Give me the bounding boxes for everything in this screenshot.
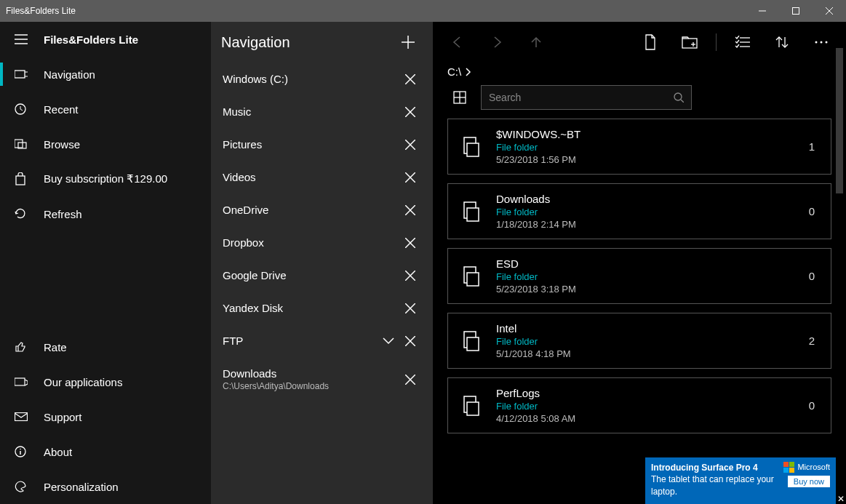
bag-icon xyxy=(15,172,44,185)
svg-point-20 xyxy=(20,449,21,450)
ad-headline: Introducing Surface Pro 4 xyxy=(651,462,778,474)
palette-icon xyxy=(15,481,44,492)
svg-point-53 xyxy=(821,41,823,44)
nav-item[interactable]: Windows (C:) xyxy=(211,63,433,95)
file-count: 1 xyxy=(809,140,819,153)
svg-point-58 xyxy=(674,93,682,100)
svg-rect-15 xyxy=(16,176,25,185)
file-item[interactable]: PerfLogs File folder 4/12/2018 5:08 AM 0 xyxy=(447,377,831,433)
file-name: Intel xyxy=(496,322,796,335)
file-item[interactable]: Intel File folder 5/1/2018 4:18 PM 2 xyxy=(447,313,831,369)
nav-item-label: Downloads xyxy=(223,367,399,380)
file-item[interactable]: $WINDOWS.~BT File folder 5/23/2018 1:56 … xyxy=(447,119,831,175)
sidebar-item-buy[interactable]: Buy subscription ₹129.00 xyxy=(0,161,211,196)
sidebar-item-label: Navigation xyxy=(44,68,95,81)
forward-button[interactable] xyxy=(479,25,514,60)
select-button[interactable] xyxy=(725,25,760,60)
maximize-button[interactable] xyxy=(779,0,813,22)
svg-rect-67 xyxy=(467,337,479,351)
more-button[interactable] xyxy=(804,25,839,60)
svg-rect-65 xyxy=(467,273,479,286)
file-date: 5/23/2018 3:18 PM xyxy=(496,284,796,295)
sidebar-item-navigation[interactable]: Navigation xyxy=(0,57,211,92)
browse-icon xyxy=(15,139,44,149)
toolbar xyxy=(433,22,846,63)
remove-icon[interactable] xyxy=(399,375,421,385)
sidebar-item-our-apps[interactable]: Our applications xyxy=(0,364,211,399)
sidebar-item-rate[interactable]: Rate xyxy=(0,329,211,364)
new-file-button[interactable] xyxy=(633,25,668,60)
nav-item-label: Yandex Disk xyxy=(223,302,399,314)
ad-close-button[interactable]: ✕ xyxy=(836,494,846,504)
nav-item[interactable]: Google Drive xyxy=(211,259,433,292)
breadcrumb-text: C:\ xyxy=(447,65,461,78)
close-button[interactable] xyxy=(813,0,846,22)
add-location-button[interactable] xyxy=(394,35,423,49)
file-name: $WINDOWS.~BT xyxy=(496,128,796,140)
window-title: Files&Folders Lite xyxy=(6,6,746,16)
nav-item[interactable]: Music xyxy=(211,95,433,128)
file-type: File folder xyxy=(496,336,796,347)
sidebar-item-label: Rate xyxy=(44,341,67,353)
remove-icon[interactable] xyxy=(399,271,421,281)
nav-item[interactable]: Videos xyxy=(211,161,433,193)
file-item[interactable]: ESD File folder 5/23/2018 3:18 PM 0 xyxy=(447,248,831,304)
sort-button[interactable] xyxy=(765,25,799,60)
sidebar-item-recent[interactable]: Recent xyxy=(0,92,211,127)
nav-item[interactable]: DownloadsC:\Users\Aditya\Downloads xyxy=(211,357,433,401)
svg-rect-7 xyxy=(15,71,25,78)
svg-line-12 xyxy=(20,109,23,111)
sidebar-item-about[interactable]: About xyxy=(0,434,211,469)
nav-item-label: Music xyxy=(223,105,399,118)
remove-icon[interactable] xyxy=(399,107,421,117)
new-folder-button[interactable] xyxy=(672,25,707,60)
file-name: Downloads xyxy=(496,193,796,205)
breadcrumb[interactable]: C:\ xyxy=(433,63,846,85)
ad-cta-button[interactable]: Buy now xyxy=(788,476,830,487)
back-button[interactable] xyxy=(440,25,475,60)
nav-item-label: Dropbox xyxy=(223,236,399,249)
sidebar-item-refresh[interactable]: Refresh xyxy=(0,196,211,231)
search-input[interactable] xyxy=(489,92,674,103)
sidebar-item-label: Browse xyxy=(44,138,80,151)
file-type: File folder xyxy=(496,207,796,217)
file-date: 5/23/2018 1:56 PM xyxy=(496,154,796,165)
file-item[interactable]: Downloads File folder 1/18/2018 2:14 PM … xyxy=(447,183,831,239)
sidebar-item-label: About xyxy=(44,446,72,458)
hamburger-icon[interactable] xyxy=(15,34,44,44)
folder-icon xyxy=(460,391,483,420)
sidebar-item-personalization[interactable]: Personalization xyxy=(0,469,211,504)
scrollbar-track[interactable] xyxy=(834,22,845,504)
file-list: $WINDOWS.~BT File folder 5/23/2018 1:56 … xyxy=(433,119,846,433)
up-button[interactable] xyxy=(519,25,554,60)
minimize-button[interactable] xyxy=(746,0,779,22)
nav-item-label: FTP xyxy=(223,335,378,347)
clock-icon xyxy=(15,103,44,115)
remove-icon[interactable] xyxy=(399,172,421,183)
sidebar-item-label: Buy subscription ₹129.00 xyxy=(44,172,167,185)
folder-icon xyxy=(460,132,483,161)
remove-icon[interactable] xyxy=(399,238,421,248)
nav-item[interactable]: OneDrive xyxy=(211,193,433,226)
chevron-down-icon[interactable] xyxy=(378,337,399,345)
surface-ad[interactable]: Introducing Surface Pro 4 The tablet tha… xyxy=(645,457,836,504)
remove-icon[interactable] xyxy=(399,303,421,313)
nav-item[interactable]: FTP xyxy=(211,324,433,357)
sidebar-item-browse[interactable]: Browse xyxy=(0,127,211,161)
search-box[interactable] xyxy=(481,85,692,110)
file-type: File folder xyxy=(496,142,796,153)
nav-item[interactable]: Pictures xyxy=(211,128,433,161)
sidebar-item-support[interactable]: Support xyxy=(0,399,211,434)
nav-item[interactable]: Dropbox xyxy=(211,226,433,259)
remove-icon[interactable] xyxy=(399,140,421,150)
scrollbar-thumb[interactable] xyxy=(836,48,843,193)
nav-item[interactable]: Yandex Disk xyxy=(211,292,433,324)
remove-icon[interactable] xyxy=(399,74,421,84)
view-mode-button[interactable] xyxy=(447,85,472,110)
sidebar-item-label: Our applications xyxy=(44,376,122,388)
file-type: File folder xyxy=(496,271,796,282)
search-row xyxy=(433,85,846,119)
remove-icon[interactable] xyxy=(399,336,421,346)
file-date: 1/18/2018 2:14 PM xyxy=(496,219,796,230)
remove-icon[interactable] xyxy=(399,205,421,215)
